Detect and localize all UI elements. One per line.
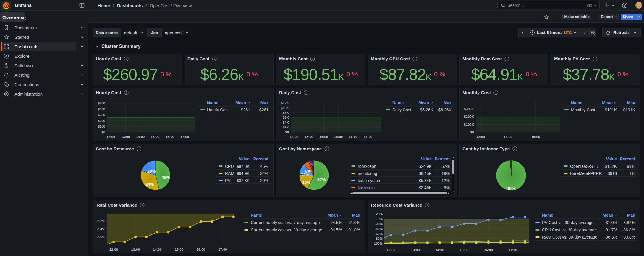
svg-text:13:00: 13:00 xyxy=(305,135,313,139)
svg-text:$0: $0 xyxy=(285,131,289,134)
svg-text:14:00: 14:00 xyxy=(319,135,328,139)
svg-text:-60%: -60% xyxy=(375,232,383,236)
svg-text:16:00: 16:00 xyxy=(166,135,174,139)
svg-text:-96%: -96% xyxy=(97,235,105,239)
svg-text:12:00: 12:00 xyxy=(106,135,115,139)
svg-text:$400: $400 xyxy=(98,107,105,111)
svg-text:$6K: $6K xyxy=(283,116,289,119)
svg-text:57%: 57% xyxy=(317,177,326,182)
svg-text:-20%: -20% xyxy=(375,222,383,226)
svg-text:20%: 20% xyxy=(147,169,156,173)
svg-text:-92%: -92% xyxy=(97,219,105,223)
svg-text:15:00: 15:00 xyxy=(151,135,159,139)
svg-text:99%: 99% xyxy=(506,186,516,191)
svg-text:13:00: 13:00 xyxy=(411,248,420,252)
svg-text:13:00: 13:00 xyxy=(121,135,130,139)
svg-text:$12K: $12K xyxy=(281,101,289,105)
svg-text:$200K: $200K xyxy=(464,115,474,118)
svg-text:15:00: 15:00 xyxy=(460,248,468,252)
svg-text:-100%: -100% xyxy=(373,242,383,245)
svg-text:14:00: 14:00 xyxy=(435,248,444,252)
svg-text:0%: 0% xyxy=(378,217,383,221)
svg-text:17:00: 17:00 xyxy=(218,248,227,251)
svg-text:13:00: 13:00 xyxy=(131,248,140,251)
svg-text:12:00: 12:00 xyxy=(387,248,395,252)
svg-text:-94%: -94% xyxy=(97,227,105,231)
svg-text:19%: 19% xyxy=(302,180,311,185)
svg-text:$0: $0 xyxy=(101,131,105,134)
svg-text:$4K: $4K xyxy=(283,121,289,124)
svg-text:$100K: $100K xyxy=(464,123,474,126)
svg-text:6%: 6% xyxy=(305,169,311,173)
svg-text:$100: $100 xyxy=(98,125,105,128)
svg-text:$300K: $300K xyxy=(464,107,474,111)
svg-text:17:00: 17:00 xyxy=(364,135,372,139)
svg-text:12:00: 12:00 xyxy=(109,248,118,251)
svg-text:-80%: -80% xyxy=(375,237,383,240)
svg-text:-40%: -40% xyxy=(375,227,383,231)
svg-text:$8K: $8K xyxy=(283,111,289,115)
svg-text:16:00: 16:00 xyxy=(197,248,205,251)
svg-text:14:00: 14:00 xyxy=(136,135,145,139)
svg-text:12:00: 12:00 xyxy=(290,135,298,139)
svg-text:17:00: 17:00 xyxy=(180,135,189,139)
svg-text:14:00: 14:00 xyxy=(153,248,161,251)
svg-text:17:00: 17:00 xyxy=(509,248,517,252)
svg-text:$0: $0 xyxy=(470,131,474,134)
svg-text:16:00: 16:00 xyxy=(349,135,357,139)
svg-text:14:00: 14:00 xyxy=(504,135,512,139)
svg-text:20%: 20% xyxy=(376,212,383,216)
svg-text:$10K: $10K xyxy=(281,106,289,110)
svg-text:46%: 46% xyxy=(161,175,170,180)
svg-text:15:00: 15:00 xyxy=(175,248,183,251)
svg-text:16:00: 16:00 xyxy=(531,135,540,139)
svg-text:$500: $500 xyxy=(98,102,105,105)
svg-text:12:00: 12:00 xyxy=(476,135,485,139)
svg-text:34%: 34% xyxy=(145,182,154,187)
svg-text:$2K: $2K xyxy=(283,125,289,129)
svg-text:$300: $300 xyxy=(98,113,105,117)
svg-text:$200: $200 xyxy=(98,119,105,123)
svg-text:15:00: 15:00 xyxy=(334,135,343,139)
svg-text:16:00: 16:00 xyxy=(484,248,493,252)
